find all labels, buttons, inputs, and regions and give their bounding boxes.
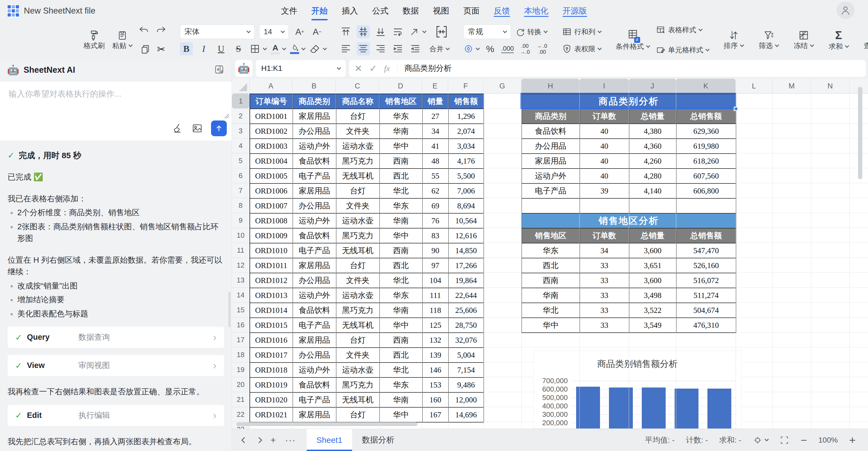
font-name-select[interactable]: 宋体 [180,24,255,39]
row-header-22[interactable]: 22 [232,407,250,422]
cell[interactable]: 28,750 [448,318,484,333]
ai-prompt-input[interactable]: 输入你希望对表格执行的操作... [0,82,231,141]
row-header-8[interactable]: 8 [232,198,250,213]
cell[interactable]: 无线耳机 [336,243,379,258]
underline-button[interactable]: U [215,42,227,55]
cell[interactable]: 62 [422,183,448,198]
cell[interactable]: 商品类别 [522,109,580,124]
cell[interactable]: 华中 [379,407,422,422]
cell[interactable]: 132 [422,333,448,348]
row-header-12[interactable]: 12 [232,258,250,273]
cell[interactable]: 西南 [379,243,422,258]
cell[interactable]: 118 [422,303,448,318]
cell[interactable]: 家居用品 [293,333,336,348]
cell[interactable]: 3,034 [448,139,484,154]
sum-button[interactable]: Σ 求和 [827,28,850,52]
align-left-button[interactable] [339,42,352,55]
cell[interactable]: 41 [422,139,448,154]
column-header-J[interactable]: J [629,79,676,94]
convert-button[interactable]: 转换 [516,27,547,37]
find-button[interactable]: 查找 [862,29,868,51]
sort-button[interactable]: 排序 [722,29,745,51]
cell[interactable]: 526,160 [676,258,736,273]
cell[interactable]: 25,606 [448,303,484,318]
cell[interactable]: 华中 [379,139,422,154]
cell[interactable]: 76 [422,213,448,228]
zoom-out-button[interactable]: − [801,435,807,446]
row-header-11[interactable]: 11 [232,243,250,258]
row-header-19[interactable]: 19 [232,362,250,377]
cell[interactable]: 订单数 [580,109,629,124]
increase-font-button[interactable]: A+ [293,25,306,38]
cell[interactable]: 19,864 [448,273,484,288]
cell[interactable]: 14,696 [448,407,484,422]
row-header-2[interactable]: 2 [232,109,250,123]
column-header-G[interactable]: G [484,79,521,94]
cell[interactable]: 华南 [379,303,422,318]
cell[interactable]: 华北 [522,303,580,318]
cell[interactable]: 黑巧克力 [336,303,379,318]
menu-item-0[interactable]: 文件 [280,4,298,18]
align-center-button[interactable] [357,42,370,55]
cell[interactable]: 运动水壶 [336,213,379,228]
freeze-button[interactable]: 冻结 [792,29,815,51]
column-header-K[interactable]: K [676,79,736,94]
cell[interactable]: 文件夹 [336,198,379,213]
align-top-button[interactable] [339,25,352,38]
comma-format-button[interactable]: .000 [501,42,514,55]
row-header-10[interactable]: 10 [232,228,250,243]
cell[interactable]: 商品类别 [293,94,336,109]
cell[interactable]: 40 [580,154,629,169]
decrease-decimal-button[interactable]: ←.0.00 [536,42,549,55]
cell[interactable]: ORD1011 [250,258,293,273]
cell[interactable]: 33 [580,273,629,288]
cell[interactable]: 运动户外 [293,139,336,154]
column-header-M[interactable]: M [773,79,811,94]
cell[interactable]: 运动户外 [293,213,336,228]
cell[interactable]: 华东 [522,243,580,258]
font-color-button[interactable]: A [271,42,286,55]
cell[interactable]: 40 [580,124,629,139]
cell[interactable]: ORD1019 [250,378,293,392]
fill-color-button[interactable] [290,42,305,55]
borders-button[interactable] [249,42,267,55]
cell[interactable]: 华南 [379,392,422,407]
cell[interactable]: 办公用品 [293,348,336,363]
cell[interactable]: 运动水壶 [336,363,379,378]
fx-icon[interactable]: fx [384,64,390,73]
cell[interactable]: 40 [580,169,629,183]
horizontal-scrollbar[interactable] [236,422,417,426]
cell[interactable]: 西南 [379,154,422,169]
clear-format-button[interactable] [309,42,326,55]
cell[interactable]: ORD1001 [250,109,293,124]
cell[interactable]: 7,006 [448,183,484,198]
cell[interactable]: 4,380 [629,124,676,139]
cell[interactable]: 文件夹 [336,124,379,139]
column-header-C[interactable]: C [336,79,379,94]
column-header-L[interactable]: L [736,79,773,94]
send-button[interactable] [211,120,227,136]
row-header-6[interactable]: 6 [232,168,250,183]
row-header-9[interactable]: 9 [232,213,250,228]
cell[interactable]: 文件夹 [336,273,379,288]
cell[interactable]: 3,651 [629,258,676,273]
cell[interactable]: 华北 [379,273,422,288]
cell[interactable]: 34 [422,124,448,139]
cell[interactable]: 511,274 [676,288,736,303]
cell[interactable]: 运动户外 [522,169,580,183]
cell[interactable]: 8,694 [448,198,484,213]
cell[interactable]: 55 [422,169,448,183]
cell[interactable]: 3,549 [629,318,676,333]
cell[interactable]: 运动户外 [293,288,336,303]
cell[interactable]: 12,000 [448,392,484,407]
cell[interactable]: 黑巧克力 [336,378,379,392]
row-header-21[interactable]: 21 [232,392,250,407]
sheet-list-button[interactable]: ··· [285,435,296,445]
cell[interactable]: ORD1012 [250,273,293,288]
cell[interactable]: 9,486 [448,378,484,392]
cell[interactable]: 销售地区 [522,228,580,243]
increase-decimal-button[interactable]: .00→.0 [518,42,531,55]
cell[interactable]: 西北 [522,258,580,273]
sheet-tab-Sheet1[interactable]: Sheet1 [307,429,352,451]
cell[interactable]: 华中 [379,228,422,243]
